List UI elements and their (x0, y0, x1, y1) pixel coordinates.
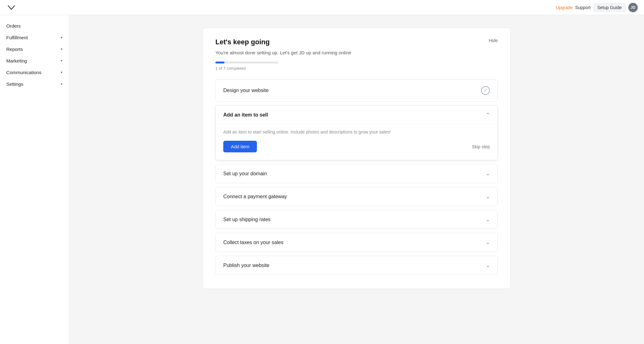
progress-bar-fill (215, 62, 225, 63)
step-add-item: Add an item to sell ⌃ Add an item to sta… (215, 105, 498, 160)
progress-bar-container (215, 62, 278, 63)
chevron-down-icon: ⌄ (486, 239, 490, 245)
step-taxes-title: Collect taxes on your sales (223, 240, 283, 245)
sidebar-item-settings[interactable]: Settings ▾ (0, 78, 69, 90)
step-add-item-title: Add an item to sell (223, 112, 268, 118)
step-payment-header[interactable]: Connect a payment gateway ⌄ (216, 187, 497, 206)
chevron-down-icon: ▾ (61, 82, 63, 86)
step-add-item-desc: Add an item to start selling online. Inc… (223, 129, 490, 134)
sidebar-item-label: Fulfillment (6, 35, 28, 40)
main-content: Let's keep going Hide You're almost done… (69, 15, 644, 344)
step-publish-header[interactable]: Publish your website ⌄ (216, 256, 497, 275)
step-domain-title: Set up your domain (223, 171, 267, 177)
skip-step-button[interactable]: Skip step (472, 144, 490, 149)
step-add-item-header[interactable]: Add an item to sell ⌃ (216, 106, 497, 124)
header: Upgrade Support Setup Guide JD (0, 0, 644, 15)
sidebar-item-orders[interactable]: Orders (0, 20, 69, 32)
chevron-down-icon: ▾ (61, 47, 63, 51)
avatar[interactable]: JD (628, 3, 638, 12)
step-payment: Connect a payment gateway ⌄ (215, 187, 498, 206)
setup-title-group: Let's keep going (215, 38, 270, 46)
step-design-website: Design your website ✓ (215, 79, 498, 101)
step-payment-title: Connect a payment gateway (223, 194, 287, 199)
setup-guide-card: Let's keep going Hide You're almost done… (203, 28, 511, 289)
chevron-down-icon: ▾ (61, 35, 63, 40)
logo[interactable] (6, 3, 16, 13)
hide-button[interactable]: Hide (489, 38, 498, 43)
sidebar-item-reports[interactable]: Reports ▾ (0, 43, 69, 55)
sidebar-item-label: Marketing (6, 58, 27, 63)
chevron-down-icon: ▾ (61, 70, 63, 74)
step-design-website-header[interactable]: Design your website ✓ (216, 80, 497, 101)
setup-subtitle: You're almost done setting up. Let's get… (215, 50, 498, 55)
sidebar-item-label: Orders (6, 23, 21, 29)
setup-guide-button[interactable]: Setup Guide (593, 3, 626, 12)
step-taxes: Collect taxes on your sales ⌄ (215, 233, 498, 252)
setup-title: Let's keep going (215, 38, 270, 46)
header-nav: Upgrade Support Setup Guide JD (556, 3, 638, 12)
step-taxes-header[interactable]: Collect taxes on your sales ⌄ (216, 233, 497, 252)
step-publish-title: Publish your website (223, 263, 269, 268)
upgrade-link[interactable]: Upgrade (556, 5, 573, 10)
support-link[interactable]: Support (575, 5, 591, 10)
checkmark-icon: ✓ (481, 86, 490, 95)
sidebar-item-fulfillment[interactable]: Fulfillment ▾ (0, 32, 69, 43)
step-design-website-title: Design your website (223, 88, 269, 93)
chevron-down-icon: ⌄ (486, 262, 490, 268)
step-add-item-actions: Add item Skip step (223, 141, 490, 152)
progress-text: 1 of 7 completed (215, 66, 498, 71)
step-add-item-body: Add an item to start selling online. Inc… (216, 124, 497, 160)
chevron-up-icon: ⌃ (486, 112, 490, 118)
sidebar-item-communications[interactable]: Communications ▾ (0, 67, 69, 78)
sidebar-item-label: Reports (6, 46, 23, 52)
step-shipping-header[interactable]: Set up shipping rates ⌄ (216, 210, 497, 229)
sidebar: Orders Fulfillment ▾ Reports ▾ Marketing… (0, 15, 69, 344)
add-item-button[interactable]: Add item (223, 141, 257, 152)
step-shipping-title: Set up shipping rates (223, 217, 270, 222)
sidebar-item-label: Settings (6, 81, 23, 87)
step-publish: Publish your website ⌄ (215, 256, 498, 275)
chevron-down-icon: ▾ (61, 59, 63, 63)
sidebar-item-marketing[interactable]: Marketing ▾ (0, 55, 69, 67)
step-domain: Set up your domain ⌄ (215, 164, 498, 183)
step-domain-header[interactable]: Set up your domain ⌄ (216, 164, 497, 183)
setup-header: Let's keep going Hide (215, 38, 498, 46)
step-shipping: Set up shipping rates ⌄ (215, 210, 498, 229)
sidebar-item-label: Communications (6, 70, 42, 75)
chevron-down-icon: ⌄ (486, 216, 490, 222)
chevron-down-icon: ⌄ (486, 194, 490, 199)
chevron-down-icon: ⌄ (486, 171, 490, 177)
layout: Orders Fulfillment ▾ Reports ▾ Marketing… (0, 0, 644, 344)
